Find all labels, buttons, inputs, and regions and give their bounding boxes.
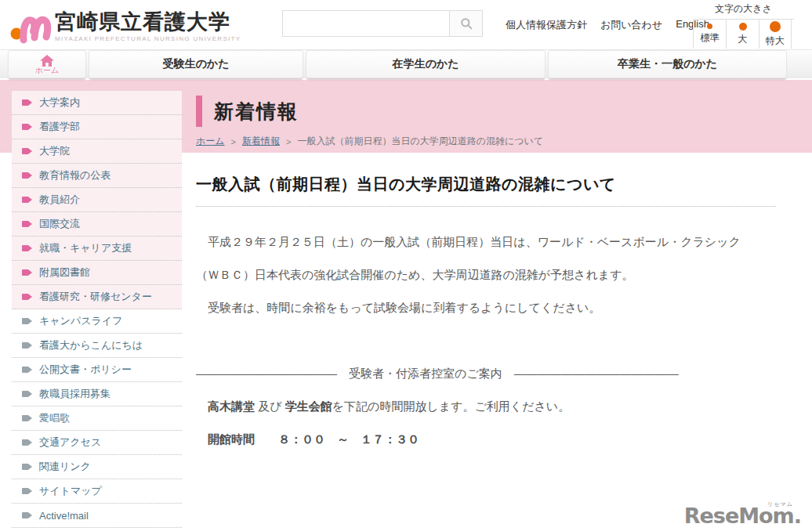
sidebar-item[interactable]: 教員紹介 <box>12 188 182 212</box>
title-accent-bar <box>196 96 202 127</box>
sidebar-item[interactable]: 教職員採用募集 <box>12 382 182 406</box>
sidebar-item-label: 教育情報の公表 <box>39 168 111 182</box>
search-icon <box>460 17 473 30</box>
sidebar-item[interactable]: 附属図書館 <box>12 261 182 285</box>
sidebar-item-label: 公開文書・ポリシー <box>39 363 132 377</box>
sidebar-item-label: キャンパスライフ <box>39 314 122 328</box>
breadcrumb-link[interactable]: 新着情報 <box>242 135 280 148</box>
logo-mark-icon <box>9 3 52 45</box>
font-size-label: 文字の大きさ <box>693 2 794 16</box>
text-segment <box>255 432 278 446</box>
font-size-option-medium[interactable]: 大 <box>726 20 759 49</box>
sidebar-item-label: 教職員採用募集 <box>39 387 111 401</box>
text-segment: を下記の時間開放します。ご利用ください。 <box>332 399 571 413</box>
sidebar-item[interactable]: 看護大からこんにちは <box>12 334 182 358</box>
main-content: 新着情報 ホーム>新着情報>一般入試（前期日程）当日の大学周辺道路の混雑について… <box>196 78 776 456</box>
nav-home-label: ホーム <box>35 67 59 74</box>
arrow-icon <box>22 245 32 251</box>
arrow-icon <box>22 318 32 324</box>
arrow-icon <box>22 294 32 300</box>
sidebar-item-label: 教員紹介 <box>39 193 80 207</box>
arrow-icon <box>22 172 32 179</box>
article-line: （ＷＢＣ）日本代表の強化試合開催のため、大学周辺道路の混雑が予想されます。 <box>196 258 776 291</box>
sidebar-item[interactable]: 国際交流 <box>12 212 182 237</box>
font-size-options: 標準大特大 <box>693 19 794 49</box>
site-search <box>282 10 483 37</box>
search-input[interactable] <box>283 11 449 36</box>
font-size-option-label: 特大 <box>766 34 785 48</box>
header-link[interactable]: 個人情報保護方針 <box>506 18 587 32</box>
sidebar-item-label: 愛唱歌 <box>39 411 70 425</box>
watermark-wrap: リセマム ReseMom. <box>684 504 801 528</box>
article: 一般入試（前期日程）当日の大学周辺道路の混雑について 平成２９年２月２５日（土）… <box>196 174 776 456</box>
sidebar-item[interactable]: キャンパスライフ <box>12 309 182 334</box>
logo-text: 宮崎県立看護大学 MIYAZAKI PREFECTURAL NURSING UN… <box>55 3 241 42</box>
text-segment: ８：００ ～ １７：３０ <box>278 432 419 446</box>
sidebar-item[interactable]: 関連リンク <box>12 455 182 479</box>
article-body: 平成２９年２月２５日（土）の一般入試（前期日程）当日は、ワールド・ベースボール・… <box>196 226 776 456</box>
header-link[interactable]: お問い合わせ <box>600 18 662 32</box>
university-name: 宮崎県立看護大学 <box>55 11 241 33</box>
sidebar-item[interactable]: 教育情報の公表 <box>12 164 182 188</box>
nav-home-button[interactable]: ホーム <box>8 50 86 78</box>
sidebar-item[interactable]: 就職・キャリア支援 <box>12 237 182 261</box>
sidebar-item[interactable]: 公開文書・ポリシー <box>12 358 182 382</box>
article-line: 開館時間 ８：００ ～ １７：３０ <box>196 423 776 456</box>
arrow-icon <box>22 99 32 106</box>
sidebar-item[interactable]: 看護学部 <box>12 115 182 139</box>
article-line: 受験者は、時間に余裕をもって試験会場に到着するようにしてください。 <box>196 291 776 324</box>
article-line: ―――――――――――― 受験者・付添者控室のご案内 ―――――――――――――… <box>196 357 776 390</box>
text-segment: 開館時間 <box>196 432 255 446</box>
sidebar: 大学案内看護学部大学院教育情報の公表教員紹介国際交流就職・キャリア支援附属図書館… <box>12 91 182 528</box>
sidebar-item-label: 看護研究・研修センター <box>39 290 152 304</box>
article-line: 平成２９年２月２５日（土）の一般入試（前期日程）当日は、ワールド・ベースボール・… <box>196 226 776 258</box>
nav-item[interactable]: 受験生のかた <box>89 50 303 78</box>
sidebar-group1: 大学案内看護学部大学院教育情報の公表教員紹介国際交流就職・キャリア支援附属図書館… <box>12 91 182 309</box>
search-button[interactable] <box>449 11 482 36</box>
sidebar-item-label: 看護大からこんにちは <box>39 338 143 352</box>
text-segment: 学生会館 <box>285 399 332 413</box>
nav-item[interactable]: 在学生のかた <box>306 50 546 78</box>
sidebar-item[interactable]: Active!mail <box>12 504 182 528</box>
text-segment <box>196 399 208 413</box>
sidebar-item-label: 大学案内 <box>39 96 80 110</box>
font-size-dot-icon <box>739 23 747 31</box>
page: 宮崎県立看護大学 MIYAZAKI PREFECTURAL NURSING UN… <box>0 0 812 531</box>
sidebar-item-label: Active!mail <box>39 510 89 522</box>
sidebar-item-label: 看護学部 <box>39 120 80 134</box>
sidebar-item-label: 就職・キャリア支援 <box>39 241 132 255</box>
text-segment: ―――――――――――― 受験者・付添者控室のご案内 ―――――――――――――… <box>196 367 679 380</box>
nav-item[interactable]: 卒業生・一般のかた <box>548 50 787 78</box>
breadcrumb-link[interactable]: ホーム <box>196 135 225 148</box>
sidebar-item-label: 大学院 <box>39 144 70 158</box>
university-name-en: MIYAZAKI PREFECTURAL NURSING UNIVERSITY <box>55 35 241 42</box>
arrow-icon <box>22 367 32 373</box>
sidebar-item[interactable]: サイトマップ <box>12 479 182 504</box>
text-segment: 高木講堂 <box>208 399 255 413</box>
font-size-option-large[interactable]: 特大 <box>759 20 792 49</box>
arrow-icon <box>22 439 32 446</box>
breadcrumb-current: 一般入試（前期日程）当日の大学周辺道路の混雑について <box>297 135 543 148</box>
breadcrumb: ホーム>新着情報>一般入試（前期日程）当日の大学周辺道路の混雑について <box>196 135 776 148</box>
arrow-icon <box>22 269 32 276</box>
arrow-icon <box>22 148 32 154</box>
sidebar-item[interactable]: 大学院 <box>12 139 182 164</box>
site-header: 宮崎県立看護大学 MIYAZAKI PREFECTURAL NURSING UN… <box>0 0 812 49</box>
header-links: 個人情報保護方針お問い合わせEnglish <box>506 18 709 32</box>
font-size-option-label: 標準 <box>701 31 720 45</box>
sidebar-item[interactable]: 愛唱歌 <box>12 406 182 431</box>
sidebar-item[interactable]: 看護研究・研修センター <box>12 285 182 309</box>
watermark: リセマム ReseMom. <box>684 504 801 528</box>
sidebar-item[interactable]: 大学案内 <box>12 91 182 115</box>
font-size-option-small[interactable]: 標準 <box>693 20 726 49</box>
breadcrumb-separator: > <box>231 137 236 146</box>
arrow-icon <box>22 342 32 349</box>
article-line: 高木講堂 及び 学生会館を下記の時間開放します。ご利用ください。 <box>196 390 776 423</box>
sidebar-item-label: 附属図書館 <box>39 266 90 280</box>
university-logo[interactable]: 宮崎県立看護大学 MIYAZAKI PREFECTURAL NURSING UN… <box>9 3 241 45</box>
sidebar-item-label: サイトマップ <box>39 484 102 498</box>
font-size-widget: 文字の大きさ 標準大特大 <box>693 2 794 49</box>
sidebar-item[interactable]: 交通アクセス <box>12 431 182 455</box>
sidebar-group2: キャンパスライフ看護大からこんにちは公開文書・ポリシー教職員採用募集愛唱歌交通ア… <box>12 309 182 528</box>
page-title: 新着情報 <box>214 99 299 125</box>
